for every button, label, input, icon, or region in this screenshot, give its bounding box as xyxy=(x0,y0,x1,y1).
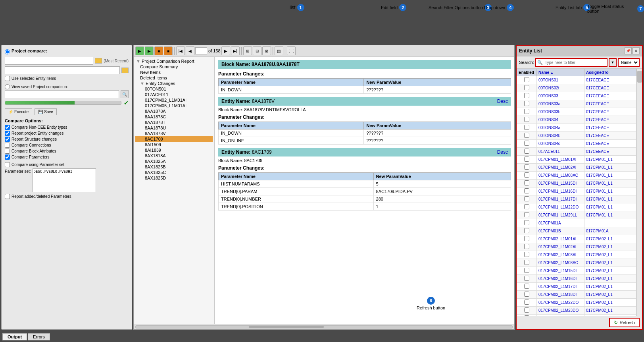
toolbar-columns-btn[interactable]: ⋮⋮ xyxy=(287,46,296,55)
entity-name-cell[interactable]: 017CPM02_L1M01AI xyxy=(537,235,584,243)
entity-enabled-checkbox[interactable] xyxy=(524,117,529,122)
entity-name-cell[interactable]: 017CPM02_L1M08AO xyxy=(537,259,584,267)
entity-enabled-checkbox[interactable] xyxy=(524,276,529,281)
name-dropdown[interactable]: Name xyxy=(618,58,640,67)
entity-name-cell[interactable]: 017CPM01_L1M17DI xyxy=(537,195,584,203)
saved-search-btn[interactable]: 🔍 xyxy=(121,90,129,98)
search-filter-options-btn[interactable]: ▼ xyxy=(609,58,617,67)
toolbar-layout-btn[interactable]: ▤ xyxy=(275,46,283,55)
entity-name-cell[interactable]: 017CPM01_L1M22DO xyxy=(537,203,584,211)
project1-input[interactable]: FGP:FGP_20160916 xyxy=(5,57,93,65)
tree-8ax1818a[interactable]: 8AX1818A xyxy=(135,153,213,158)
view-saved-radio[interactable] xyxy=(5,84,10,89)
saved-dropdown-input[interactable]: CompareResult-CFH:CFH_20170725=>C xyxy=(5,90,119,98)
refresh-button[interactable]: ↻ Refresh xyxy=(609,318,640,327)
toolbar-last-btn[interactable]: ▶| xyxy=(231,46,240,55)
tree-8ai1509[interactable]: 8AI1509 xyxy=(135,142,213,147)
entity-enabled-checkbox[interactable] xyxy=(524,157,529,162)
toolbar-view-btn3[interactable]: ⊠ xyxy=(262,46,271,55)
entity-list-scrollbar[interactable] xyxy=(636,69,642,316)
entity-enabled-checkbox[interactable] xyxy=(524,204,529,209)
tree-8ac1709[interactable]: 8AC1709 xyxy=(135,136,213,142)
tree-8ax1825a[interactable]: 8AX1825A xyxy=(135,158,213,164)
tree-00tons01[interactable]: 00TON501 xyxy=(135,86,213,92)
entity-enabled-checkbox[interactable] xyxy=(524,133,529,138)
entity-name-cell[interactable]: 017CPM02_L1M15DI xyxy=(537,267,584,275)
tree-deleted-items[interactable]: Deleted Items xyxy=(135,75,213,81)
entity-enabled-checkbox[interactable] xyxy=(524,299,529,305)
option-entity-checkbox[interactable] xyxy=(5,131,10,136)
tree-8aa1878u[interactable]: 8AA1878U xyxy=(135,125,213,131)
param-set-textarea[interactable]: DESC.PVEULO.PVEUHI xyxy=(33,168,96,192)
entity-enabled-checkbox[interactable] xyxy=(524,164,529,170)
entity-name-cell[interactable]: 017CPM01_L1M08AO xyxy=(537,172,584,180)
tree-new-items[interactable]: New Items xyxy=(135,70,213,75)
entity-name-cell[interactable]: 017CPM01_L1M02AI xyxy=(537,164,584,172)
tree-8ai1839[interactable]: 8AI1839 xyxy=(135,147,213,153)
entity-name-cell[interactable]: 00TONS01 xyxy=(537,76,584,84)
option-connections-checkbox[interactable] xyxy=(5,143,10,148)
toolbar-view-btn1[interactable]: ⊞ xyxy=(243,46,252,55)
toolbar-go-btn2[interactable]: ▶ xyxy=(145,46,154,55)
entity-name-cell[interactable]: 00TONS04 xyxy=(537,116,584,124)
execute-button[interactable]: ⚡ Execute xyxy=(5,108,32,115)
entity-name-cell[interactable]: 017CPM01_L1M29LL xyxy=(537,211,584,219)
tree-8aa1878c[interactable]: 8AA1878C xyxy=(135,114,213,120)
toolbar-go-btn1[interactable]: ▶ xyxy=(135,46,144,55)
hscrollbar-thumb[interactable] xyxy=(249,326,324,328)
entity-name-cell[interactable]: 017CPM02_L1M03AI xyxy=(537,251,584,259)
entity-name-cell[interactable]: 00TONS04a xyxy=(537,124,584,132)
entity-enabled-checkbox[interactable] xyxy=(524,228,529,233)
entity-name-cell[interactable]: 017ACE011 xyxy=(537,148,584,156)
entity-name-cell[interactable]: 017CPM01B xyxy=(537,227,584,235)
entity-enabled-checkbox[interactable] xyxy=(524,220,529,225)
report-added-checkbox[interactable] xyxy=(5,194,10,199)
option-non-cee-checkbox[interactable] xyxy=(5,125,10,130)
param-set-checkbox[interactable] xyxy=(5,162,10,167)
toolbar-next-btn[interactable]: ▶ xyxy=(221,46,230,55)
toolbar-first-btn[interactable]: |◀ xyxy=(176,46,185,55)
entity-name-cell[interactable]: 017CPM01_L1M15DI xyxy=(537,180,584,187)
entity-list-close-btn[interactable]: ✕ xyxy=(632,47,640,54)
entity-enabled-checkbox[interactable] xyxy=(524,284,529,289)
entity-enabled-checkbox[interactable] xyxy=(524,236,529,241)
tree-017ace011[interactable]: 017ACE011 xyxy=(135,92,213,97)
entity-enabled-checkbox[interactable] xyxy=(524,172,529,178)
entity-name-cell[interactable]: 017CPM02_L1M02AI xyxy=(537,243,584,251)
entity-name-cell[interactable]: 00TONS02t xyxy=(537,84,584,92)
use-selected-checkbox[interactable] xyxy=(5,76,10,81)
entity-name-cell[interactable]: 017CPM02_L1M16DI xyxy=(537,275,584,283)
entity-enabled-checkbox[interactable] xyxy=(524,260,529,265)
tree-017cpm05-l1m01ai[interactable]: 017CPM05_L1M01AI xyxy=(135,103,213,108)
search-input[interactable] xyxy=(544,59,607,66)
entity-enabled-checkbox[interactable] xyxy=(524,149,529,154)
tree-8aa1878t[interactable]: 8AA1878T xyxy=(135,120,213,125)
tree-8ax1825c[interactable]: 8AX1825C xyxy=(135,170,213,175)
project2-input[interactable]: FGP:FGP_20130430 xyxy=(5,66,120,74)
entity-name-cell[interactable]: 017CPM01A xyxy=(537,219,584,227)
option-block-attr-checkbox[interactable] xyxy=(5,149,10,154)
output-tab[interactable]: Output xyxy=(2,333,27,340)
entity-name-cell[interactable]: 017CPM01_L1M16DI xyxy=(537,187,584,195)
page-current-input[interactable]: 7 xyxy=(195,47,207,54)
save-button[interactable]: 💾 Save xyxy=(35,108,57,115)
entity-enabled-checkbox[interactable] xyxy=(524,180,529,185)
entity-enabled-checkbox[interactable] xyxy=(524,141,529,146)
project-compare-radio[interactable] xyxy=(5,49,10,54)
entity-enabled-checkbox[interactable] xyxy=(524,268,529,273)
tree-8ax1825d[interactable]: 8AX1825D xyxy=(135,175,213,181)
entity-enabled-checkbox[interactable] xyxy=(524,125,529,130)
entity-name-cell[interactable]: 00TONS04c xyxy=(537,140,584,148)
tree-8ax1825b[interactable]: 8AX1825B xyxy=(135,164,213,170)
entity-enabled-checkbox[interactable] xyxy=(524,188,529,193)
entity-enabled-checkbox[interactable] xyxy=(524,101,529,106)
toolbar-stop-btn[interactable]: ■ xyxy=(154,46,163,55)
entity-list-pin-btn[interactable]: 📌 xyxy=(625,47,632,54)
entity-name-cell[interactable]: 017CPM02_L1M23DO xyxy=(537,307,584,315)
entity-enabled-checkbox[interactable] xyxy=(524,196,529,201)
entity-enabled-checkbox[interactable] xyxy=(524,109,529,114)
tree-8aa1878v[interactable]: 8AA1878V xyxy=(135,131,213,136)
toolbar-stop-btn2[interactable]: ■ xyxy=(164,46,173,55)
entity-enabled-checkbox[interactable] xyxy=(524,292,529,297)
entity-name-cell[interactable]: 017CPM02_L1M22DO xyxy=(537,299,584,307)
